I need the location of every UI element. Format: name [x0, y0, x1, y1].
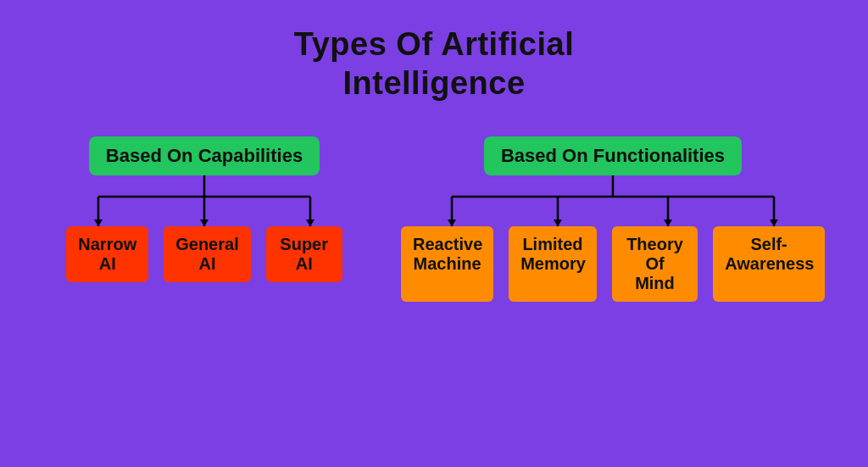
svg-marker-15	[554, 220, 562, 226]
svg-marker-6	[200, 220, 209, 226]
left-child-narrow-ai: NarrowAI	[66, 226, 148, 282]
right-child-self-awareness: Self-Awareness	[713, 226, 825, 302]
svg-marker-17	[770, 220, 778, 226]
right-connector	[401, 175, 825, 226]
left-connector	[43, 175, 365, 226]
right-tree: Based On Functionalities ReactiveMachine…	[401, 136, 825, 302]
main-title: Types Of Artificial Intelligence	[0, 0, 868, 103]
left-root-node: Based On Capabilities	[89, 136, 320, 175]
svg-marker-16	[664, 220, 672, 226]
right-root-node: Based On Functionalities	[484, 136, 742, 175]
title-line2: Intelligence	[342, 65, 525, 101]
right-children-row: ReactiveMachine LimitedMemory TheoryOf M…	[401, 226, 825, 302]
right-tree-lines	[401, 175, 825, 226]
right-child-reactive-machine: ReactiveMachine	[401, 226, 493, 302]
svg-marker-5	[94, 220, 103, 226]
svg-marker-14	[448, 220, 456, 226]
right-child-theory-of-mind: TheoryOf Mind	[612, 226, 698, 302]
left-children-row: NarrowAI GeneralAI SuperAI	[66, 226, 342, 282]
right-child-limited-memory: LimitedMemory	[509, 226, 597, 302]
left-child-general-ai: GeneralAI	[164, 226, 250, 282]
left-tree: Based On Capabilities NarrowAI GeneralAI…	[43, 136, 365, 282]
title-line1: Types Of Artificial	[294, 26, 574, 62]
svg-marker-7	[306, 220, 314, 226]
right-root-label: Based On Functionalities	[501, 145, 725, 166]
diagram-container: Based On Capabilities NarrowAI GeneralAI…	[0, 136, 868, 302]
left-tree-lines	[43, 175, 365, 226]
left-root-label: Based On Capabilities	[106, 145, 303, 166]
left-child-super-ai: SuperAI	[266, 226, 342, 282]
